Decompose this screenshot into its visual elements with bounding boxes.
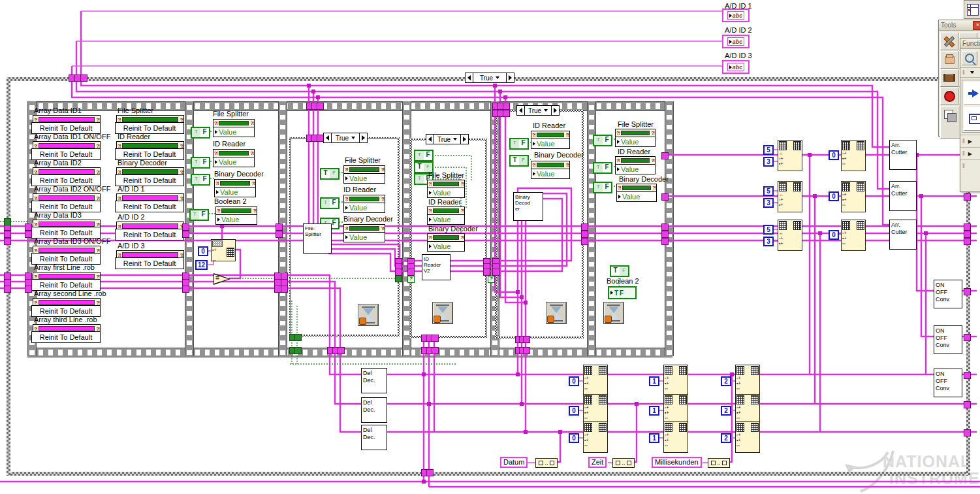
value-property-node[interactable]: ?!?! Value [615,129,656,147]
case-prev-icon[interactable] [517,106,525,115]
array-subset-node[interactable]: ↔▫+▪+ [778,220,802,251]
string-local-datum[interactable]: Datum [500,457,528,468]
numeric-constant[interactable]: 3 [763,198,774,208]
case-dropdown-icon[interactable] [351,137,355,139]
value-property-node[interactable]: ?!?! Value [531,131,570,149]
numeric-constant[interactable]: 2 [721,433,731,443]
arr-cutter-subvi[interactable]: Arr.Cutter [889,220,917,250]
reinit-invoke-node[interactable]: Reinit To Default [115,257,184,269]
numeric-constant[interactable]: 0 [829,150,839,160]
expand-row-icon[interactable]: ▶ [968,139,972,144]
palette-pin-icon[interactable] [970,71,974,74]
value-property-node[interactable]: ?!?! Value [213,119,255,137]
del-doc-subvi[interactable]: DelDec. [361,425,387,450]
arr-cutter-subvi[interactable]: Arr.Cutter [889,181,917,211]
boolean-constant[interactable]: TF [610,265,629,277]
numeric-constant[interactable]: 3 [763,237,774,246]
value-property-node[interactable]: ?!?! Value [213,149,255,167]
on-off-conv-subvi[interactable]: ONOFFConv [934,325,962,354]
index-array-node[interactable]: ▫+▪+▫▫ [735,365,760,396]
case-next-icon[interactable] [551,106,559,115]
wait-node[interactable] [432,302,453,324]
auto-tool-button[interactable] [940,33,958,50]
boolean-constant[interactable]: TF [509,155,529,167]
numeric-constant[interactable]: 0 [569,376,579,386]
numeric-constant[interactable]: 2 [721,376,731,386]
equals-node[interactable]: = [213,273,230,285]
value-property-node[interactable]: ?!?! Value [427,180,465,198]
numeric-constant[interactable]: 0 [829,230,839,240]
tools-palette-titlebar[interactable]: Tools × [939,20,980,31]
concat-strings-node[interactable]: ‥ [535,458,558,468]
case3-selector[interactable]: True [323,133,368,143]
arr-cutter-subvi[interactable]: Arr.Cutter [889,140,917,170]
boolean-constant[interactable]: TF [191,174,210,186]
numeric-constant[interactable]: 1 [649,376,659,386]
boolean-constant[interactable]: TF [320,197,340,209]
case-next-icon[interactable] [460,135,468,144]
case-prev-icon[interactable] [324,133,332,142]
value-property-node[interactable]: ?!?! Value [615,156,656,174]
file-splitter-subvi[interactable]: File-Splitter [303,223,332,254]
index-array-node[interactable]: ▫+▪+▫▫ [735,421,760,453]
string-indicator[interactable]: abc [722,8,750,22]
operate-value-tool-button[interactable] [940,51,958,69]
index-array-node[interactable]: ▫+▪+▫▫ [735,394,760,425]
wait-node[interactable] [358,304,379,326]
vi-icon-fragment[interactable] [964,0,980,19]
boolean-constant[interactable]: TF [593,182,612,193]
concat-strings-node[interactable]: ‥ [708,458,730,468]
boolean-constant[interactable]: TF [189,209,209,221]
palette-search-button[interactable] [962,51,977,65]
boolean-constant[interactable]: TF [320,168,340,180]
case4-selector[interactable]: True [426,134,469,144]
numeric-constant[interactable]: 1 [649,406,659,416]
palette-category-button[interactable] [964,82,980,105]
string-local-millisekunden[interactable]: Millisekunden [652,457,702,468]
case-dropdown-icon[interactable] [544,109,548,112]
close-icon[interactable]: × [973,21,980,30]
value-property-node[interactable]: ?!?! Value [343,224,385,242]
numeric-constant[interactable]: 1 [649,433,659,443]
boolean-constant[interactable]: TF [593,162,612,174]
case5-selector[interactable]: True [516,105,560,116]
numeric-constant[interactable]: 5 [763,225,774,235]
outer-case-selector[interactable]: True [465,73,514,83]
boolean-constant[interactable]: TF [509,138,529,150]
value-property-node[interactable]: ?!?! Value [427,233,465,252]
array-subset-node[interactable]: ↔▫+▪+ [778,140,802,171]
wire-tool-button[interactable] [940,69,958,87]
expand-row-icon[interactable]: ▶ [968,151,972,157]
array-subset-node[interactable]: ↔▫+▪+ [778,181,802,212]
string-subset-node[interactable]: ▪+ ↔ [211,239,236,261]
reinit-invoke-node[interactable]: Reinit To Default [115,201,184,212]
case-next-icon[interactable] [506,73,514,82]
id-reader-v2-subvi[interactable]: IDReaderV2 [422,254,450,280]
string-local-zeit[interactable]: Zeit [588,457,607,468]
case-prev-icon[interactable] [426,135,434,144]
index-array-node[interactable]: ▫+▪+▫▫ [841,140,866,171]
reinit-invoke-node[interactable]: Reinit To Default [31,331,101,343]
wait-node[interactable] [546,302,567,324]
index-array-node[interactable]: ▫+▪+▫▫ [583,365,608,396]
numeric-constant[interactable]: 2 [721,406,731,416]
case-dropdown-icon[interactable] [496,76,499,79]
boolean-constant[interactable]: TF [191,157,210,169]
value-property-node[interactable]: ?!?! Value [215,206,257,225]
del-doc-subvi[interactable]: DelDec. [361,368,387,393]
numeric-constant[interactable]: 0 [569,406,579,416]
index-array-node[interactable]: ▫+▪+▫▫ [583,394,608,425]
value-property-node[interactable]: ?!?! Value [616,184,657,202]
functions-palette-titlebar[interactable]: Functions [960,39,980,49]
numeric-constant[interactable]: 0 [569,433,579,443]
palette-category-button[interactable] [964,107,980,131]
boolean-constant[interactable]: TF [593,135,612,146]
case-dropdown-icon[interactable] [453,138,457,140]
index-array-node[interactable]: ▫+▪+▫▫ [663,394,688,425]
case-next-icon[interactable] [359,133,367,142]
boolean-local-variable[interactable]: TF [608,286,637,299]
on-off-conv-subvi[interactable]: ONOFFConv [934,369,962,397]
case-prev-icon[interactable] [466,73,473,82]
value-property-node[interactable]: ?!?! Value [214,179,256,197]
string-indicator[interactable]: abc [722,60,750,74]
